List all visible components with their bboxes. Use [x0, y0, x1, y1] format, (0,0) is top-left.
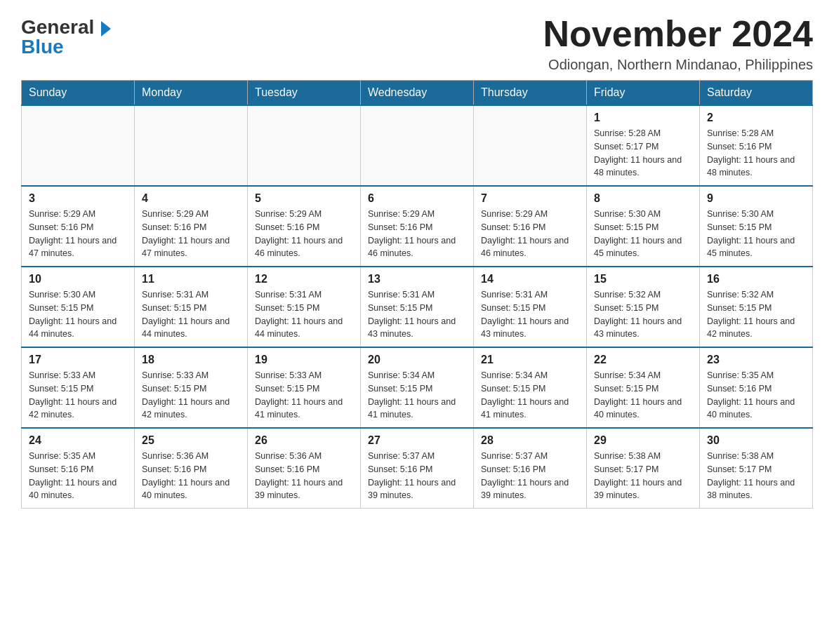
day-number: 8: [594, 192, 692, 205]
day-info: Sunrise: 5:32 AM Sunset: 5:15 PM Dayligh…: [594, 288, 692, 341]
day-number: 14: [481, 273, 579, 286]
calendar-cell: 19Sunrise: 5:33 AM Sunset: 5:15 PM Dayli…: [248, 347, 361, 428]
day-number: 24: [29, 434, 127, 447]
calendar-cell: 11Sunrise: 5:31 AM Sunset: 5:15 PM Dayli…: [135, 267, 248, 347]
day-number: 10: [29, 273, 127, 286]
day-number: 23: [707, 354, 805, 366]
day-number: 21: [481, 354, 579, 366]
day-info: Sunrise: 5:38 AM Sunset: 5:17 PM Dayligh…: [707, 450, 805, 502]
calendar-cell: 18Sunrise: 5:33 AM Sunset: 5:15 PM Dayli…: [135, 347, 248, 428]
calendar-cell: 23Sunrise: 5:35 AM Sunset: 5:16 PM Dayli…: [700, 347, 813, 428]
day-number: 1: [594, 112, 692, 124]
day-number: 7: [481, 192, 579, 205]
day-number: 27: [368, 434, 466, 447]
day-number: 15: [594, 273, 692, 286]
logo: General Blue: [21, 14, 111, 57]
day-info: Sunrise: 5:33 AM Sunset: 5:15 PM Dayligh…: [29, 369, 127, 422]
day-info: Sunrise: 5:38 AM Sunset: 5:17 PM Dayligh…: [594, 450, 692, 502]
calendar-header-friday: Friday: [587, 81, 700, 106]
day-number: 25: [142, 434, 240, 447]
day-number: 3: [29, 192, 127, 205]
day-info: Sunrise: 5:32 AM Sunset: 5:15 PM Dayligh…: [707, 288, 805, 341]
day-number: 17: [29, 354, 127, 366]
day-info: Sunrise: 5:31 AM Sunset: 5:15 PM Dayligh…: [142, 288, 240, 341]
page-header: General Blue November 2024 Odiongan, Nor…: [21, 14, 813, 73]
calendar-cell: [361, 105, 474, 186]
calendar-cell: 21Sunrise: 5:34 AM Sunset: 5:15 PM Dayli…: [474, 347, 587, 428]
calendar-week-row: 3Sunrise: 5:29 AM Sunset: 5:16 PM Daylig…: [22, 186, 813, 267]
day-number: 11: [142, 273, 240, 286]
day-number: 26: [255, 434, 353, 447]
day-info: Sunrise: 5:29 AM Sunset: 5:16 PM Dayligh…: [481, 208, 579, 260]
day-info: Sunrise: 5:36 AM Sunset: 5:16 PM Dayligh…: [255, 450, 353, 502]
calendar-cell: 30Sunrise: 5:38 AM Sunset: 5:17 PM Dayli…: [700, 428, 813, 509]
day-number: 12: [255, 273, 353, 286]
calendar-cell: 17Sunrise: 5:33 AM Sunset: 5:15 PM Dayli…: [22, 347, 135, 428]
calendar-cell: 27Sunrise: 5:37 AM Sunset: 5:16 PM Dayli…: [361, 428, 474, 509]
calendar-cell: 5Sunrise: 5:29 AM Sunset: 5:16 PM Daylig…: [248, 186, 361, 267]
calendar-header-row: SundayMondayTuesdayWednesdayThursdayFrid…: [22, 81, 813, 106]
month-year-title: November 2024: [543, 14, 813, 54]
day-info: Sunrise: 5:37 AM Sunset: 5:16 PM Dayligh…: [368, 450, 466, 502]
title-section: November 2024 Odiongan, Northern Mindana…: [543, 14, 813, 73]
calendar-cell: 14Sunrise: 5:31 AM Sunset: 5:15 PM Dayli…: [474, 267, 587, 347]
calendar-cell: 12Sunrise: 5:31 AM Sunset: 5:15 PM Dayli…: [248, 267, 361, 347]
calendar-cell: 2Sunrise: 5:28 AM Sunset: 5:16 PM Daylig…: [700, 105, 813, 186]
day-number: 5: [255, 192, 353, 205]
day-info: Sunrise: 5:30 AM Sunset: 5:15 PM Dayligh…: [29, 288, 127, 341]
calendar-header-sunday: Sunday: [22, 81, 135, 106]
day-number: 29: [594, 434, 692, 447]
calendar-cell: 28Sunrise: 5:37 AM Sunset: 5:16 PM Dayli…: [474, 428, 587, 509]
calendar-week-row: 24Sunrise: 5:35 AM Sunset: 5:16 PM Dayli…: [22, 428, 813, 509]
day-number: 9: [707, 192, 805, 205]
day-info: Sunrise: 5:29 AM Sunset: 5:16 PM Dayligh…: [142, 208, 240, 260]
calendar-cell: 24Sunrise: 5:35 AM Sunset: 5:16 PM Dayli…: [22, 428, 135, 509]
day-number: 20: [368, 354, 466, 366]
day-info: Sunrise: 5:30 AM Sunset: 5:15 PM Dayligh…: [594, 208, 692, 260]
day-number: 19: [255, 354, 353, 366]
calendar-header-monday: Monday: [135, 81, 248, 106]
calendar-cell: 15Sunrise: 5:32 AM Sunset: 5:15 PM Dayli…: [587, 267, 700, 347]
calendar-cell: 7Sunrise: 5:29 AM Sunset: 5:16 PM Daylig…: [474, 186, 587, 267]
calendar-week-row: 10Sunrise: 5:30 AM Sunset: 5:15 PM Dayli…: [22, 267, 813, 347]
day-number: 2: [707, 112, 805, 124]
day-number: 6: [368, 192, 466, 205]
day-number: 18: [142, 354, 240, 366]
calendar-cell: [135, 105, 248, 186]
day-info: Sunrise: 5:34 AM Sunset: 5:15 PM Dayligh…: [368, 369, 466, 422]
day-info: Sunrise: 5:31 AM Sunset: 5:15 PM Dayligh…: [255, 288, 353, 341]
calendar-cell: 25Sunrise: 5:36 AM Sunset: 5:16 PM Dayli…: [135, 428, 248, 509]
day-info: Sunrise: 5:29 AM Sunset: 5:16 PM Dayligh…: [29, 208, 127, 260]
calendar-cell: 16Sunrise: 5:32 AM Sunset: 5:15 PM Dayli…: [700, 267, 813, 347]
day-info: Sunrise: 5:30 AM Sunset: 5:15 PM Dayligh…: [707, 208, 805, 260]
day-info: Sunrise: 5:33 AM Sunset: 5:15 PM Dayligh…: [142, 369, 240, 422]
calendar-header-saturday: Saturday: [700, 81, 813, 106]
calendar-header-thursday: Thursday: [474, 81, 587, 106]
calendar-cell: 4Sunrise: 5:29 AM Sunset: 5:16 PM Daylig…: [135, 186, 248, 267]
calendar-week-row: 17Sunrise: 5:33 AM Sunset: 5:15 PM Dayli…: [22, 347, 813, 428]
calendar-week-row: 1Sunrise: 5:28 AM Sunset: 5:17 PM Daylig…: [22, 105, 813, 186]
day-info: Sunrise: 5:28 AM Sunset: 5:16 PM Dayligh…: [707, 127, 805, 180]
day-info: Sunrise: 5:29 AM Sunset: 5:16 PM Dayligh…: [255, 208, 353, 260]
day-info: Sunrise: 5:33 AM Sunset: 5:15 PM Dayligh…: [255, 369, 353, 422]
calendar-cell: 3Sunrise: 5:29 AM Sunset: 5:16 PM Daylig…: [22, 186, 135, 267]
day-info: Sunrise: 5:28 AM Sunset: 5:17 PM Dayligh…: [594, 127, 692, 180]
calendar-header-tuesday: Tuesday: [248, 81, 361, 106]
calendar-cell: [22, 105, 135, 186]
calendar-cell: [248, 105, 361, 186]
day-number: 4: [142, 192, 240, 205]
day-info: Sunrise: 5:37 AM Sunset: 5:16 PM Dayligh…: [481, 450, 579, 502]
calendar-cell: 1Sunrise: 5:28 AM Sunset: 5:17 PM Daylig…: [587, 105, 700, 186]
day-number: 30: [707, 434, 805, 447]
day-info: Sunrise: 5:31 AM Sunset: 5:15 PM Dayligh…: [368, 288, 466, 341]
day-info: Sunrise: 5:29 AM Sunset: 5:16 PM Dayligh…: [368, 208, 466, 260]
day-info: Sunrise: 5:35 AM Sunset: 5:16 PM Dayligh…: [707, 369, 805, 422]
day-number: 28: [481, 434, 579, 447]
day-info: Sunrise: 5:36 AM Sunset: 5:16 PM Dayligh…: [142, 450, 240, 502]
calendar-cell: 13Sunrise: 5:31 AM Sunset: 5:15 PM Dayli…: [361, 267, 474, 347]
day-info: Sunrise: 5:34 AM Sunset: 5:15 PM Dayligh…: [594, 369, 692, 422]
location-title: Odiongan, Northern Mindanao, Philippines: [543, 57, 813, 73]
day-number: 13: [368, 273, 466, 286]
logo-blue-text: Blue: [21, 37, 64, 57]
logo-general-text: General: [21, 18, 111, 37]
